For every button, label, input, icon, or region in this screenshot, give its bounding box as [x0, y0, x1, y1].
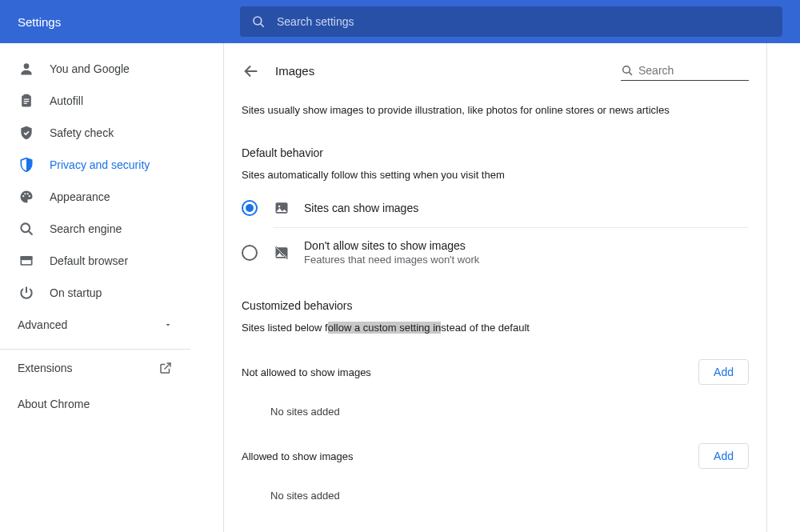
allowed-empty: No sites added [224, 469, 766, 510]
app-title: Settings [0, 15, 240, 29]
image-icon [274, 200, 290, 216]
main-area: Images Sites usually show images to prov… [190, 43, 800, 532]
sidebar-item-label: You and Google [50, 62, 130, 75]
chevron-down-icon [163, 320, 173, 330]
app-header: Settings [0, 0, 800, 43]
sidebar-item-label: Appearance [50, 190, 110, 203]
sidebar-item-default-browser[interactable]: Default browser [0, 245, 190, 277]
shield-icon [18, 156, 35, 174]
clipboard-icon [18, 92, 35, 110]
svg-rect-16 [22, 260, 31, 264]
radio-block-images[interactable]: Don't allow sites to show images Feature… [224, 228, 766, 277]
sidebar-about-label: About Chrome [18, 398, 90, 410]
sidebar-item-label: Safety check [50, 126, 114, 139]
radio-allow-label: Sites can show images [304, 202, 418, 214]
sidebar-extensions[interactable]: Extensions [0, 350, 190, 386]
sidebar-item-autofill[interactable]: Autofill [0, 85, 190, 117]
svg-line-13 [29, 231, 33, 235]
allowed-title: Allowed to show images [242, 450, 353, 462]
page-search-input[interactable] [638, 61, 749, 80]
palette-icon [18, 188, 35, 206]
svg-point-0 [254, 17, 262, 25]
page-header: Images [224, 56, 766, 87]
settings-search[interactable] [240, 6, 782, 37]
custom-behaviors-title: Customized behaviors [224, 277, 766, 317]
not-allowed-empty: No sites added [224, 385, 766, 426]
sidebar-item-label: Privacy and security [50, 158, 150, 171]
svg-rect-4 [24, 94, 30, 97]
sidebar-item-label: Autofill [50, 94, 83, 107]
allowed-header: Allowed to show images Add [224, 426, 766, 469]
radio-allow-images[interactable]: Sites can show images [224, 189, 766, 227]
svg-point-10 [27, 193, 29, 194]
not-allowed-header: Not allowed to show images Add [224, 342, 766, 385]
sidebar-item-label: Default browser [50, 254, 128, 267]
search-icon [621, 64, 634, 77]
default-behavior-sub: Sites automatically follow this setting … [224, 164, 766, 189]
default-behavior-title: Default behavior [224, 124, 766, 164]
svg-point-18 [623, 66, 630, 74]
svg-point-11 [29, 195, 30, 197]
not-allowed-title: Not allowed to show images [242, 366, 371, 378]
text-highlight: ollow a custom setting in [328, 322, 442, 334]
svg-point-2 [24, 63, 30, 69]
external-link-icon [158, 361, 173, 375]
content-panel: Images Sites usually show images to prov… [223, 43, 767, 532]
svg-point-9 [24, 193, 26, 194]
sidebar: You and Google Autofill Safety check Pri… [0, 43, 190, 532]
sidebar-item-label: Search engine [50, 222, 122, 235]
browser-icon [18, 252, 35, 270]
sidebar-item-on-startup[interactable]: On startup [0, 277, 190, 309]
page-title: Images [275, 64, 621, 78]
sidebar-item-safety-check[interactable]: Safety check [0, 117, 190, 149]
svg-line-1 [261, 24, 264, 27]
svg-line-19 [629, 72, 632, 75]
radio-block-sub: Features that need images won't work [304, 254, 479, 266]
sidebar-item-privacy-security[interactable]: Privacy and security [0, 149, 190, 181]
sidebar-item-search-engine[interactable]: Search engine [0, 213, 190, 245]
add-allowed-button[interactable]: Add [698, 443, 749, 469]
person-icon [18, 60, 35, 78]
shield-check-icon [18, 124, 35, 142]
back-button[interactable] [242, 62, 261, 81]
sidebar-about[interactable]: About Chrome [0, 386, 190, 422]
svg-rect-7 [24, 103, 27, 104]
sidebar-item-appearance[interactable]: Appearance [0, 181, 190, 213]
page-description: Sites usually show images to provide ill… [224, 87, 766, 124]
sidebar-item-you-and-google[interactable]: You and Google [0, 53, 190, 85]
svg-point-12 [21, 223, 30, 232]
page-search[interactable] [621, 61, 749, 81]
svg-rect-15 [21, 256, 33, 258]
search-icon [18, 220, 35, 238]
svg-rect-6 [24, 101, 30, 102]
search-icon [251, 14, 266, 29]
power-icon [18, 284, 35, 302]
radio-icon [242, 200, 258, 216]
settings-search-input[interactable] [277, 15, 771, 28]
custom-behaviors-sub: Sites listed below follow a custom setti… [224, 317, 766, 342]
sidebar-advanced[interactable]: Advanced [0, 309, 190, 341]
sidebar-extensions-label: Extensions [18, 362, 72, 374]
svg-rect-5 [24, 99, 30, 100]
sidebar-advanced-label: Advanced [18, 318, 67, 331]
svg-point-8 [22, 195, 24, 197]
radio-icon [242, 245, 258, 261]
svg-point-21 [278, 206, 281, 208]
radio-block-label: Don't allow sites to show images [304, 239, 479, 252]
image-off-icon [274, 245, 290, 261]
add-not-allowed-button[interactable]: Add [698, 359, 749, 385]
sidebar-item-label: On startup [50, 286, 102, 299]
